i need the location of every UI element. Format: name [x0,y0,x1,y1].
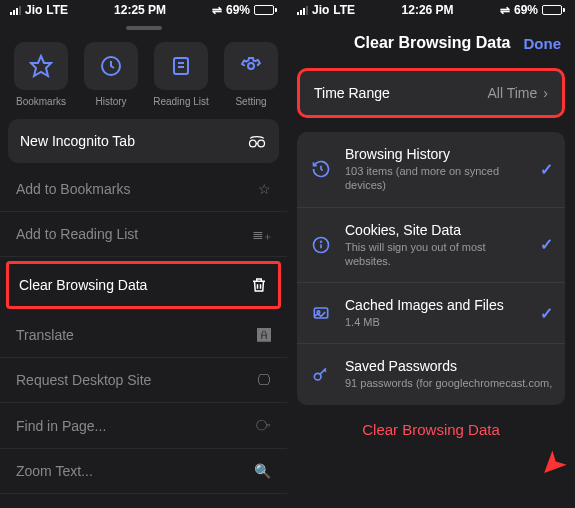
cookies-sub: This will sign you out of most websites. [345,240,528,269]
find-in-page[interactable]: Find in Page... ⧃ [0,403,287,449]
battery-icon [542,5,565,15]
settings-label: Setting [235,96,266,107]
add-to-reading-list[interactable]: Add to Reading List ≣₊ [0,212,287,257]
car-icon: ⇌ [212,3,222,17]
battery-label: 69% [226,3,250,17]
svg-marker-0 [31,56,51,76]
carrier-label: Jio [25,3,42,17]
browsing-history-item[interactable]: Browsing History 103 items (and more on … [297,132,565,208]
time-range-value: All Time [488,85,538,101]
info-icon [309,235,333,255]
battery-icon [254,5,277,15]
zoom-label: Zoom Text... [16,463,93,479]
svg-point-6 [250,140,257,147]
done-button[interactable]: Done [524,35,562,52]
quick-actions-row: Bookmarks History Reading List Setting [0,34,287,115]
desktop-label: Request Desktop Site [16,372,151,388]
new-incognito-tab[interactable]: New Incognito Tab [8,119,279,163]
history-icon [309,159,333,179]
cookies-item[interactable]: Cookies, Site Data This will sign you ou… [297,208,565,284]
signal-icon [10,6,21,15]
clear-browsing-data-button[interactable]: Clear Browsing Data [362,421,500,438]
annotation-arrow: ➤ [531,442,575,488]
cache-item[interactable]: Cached Images and Files 1.4 MB ✓ [297,283,565,344]
clear-browsing-label: Clear Browsing Data [19,277,147,293]
status-bar: Jio LTE 12:25 PM ⇌ 69% [0,0,287,20]
network-label: LTE [333,3,355,17]
translate-icon: 🅰 [257,327,271,343]
trash-icon [250,276,268,294]
menu-screen: Jio LTE 12:25 PM ⇌ 69% Bookmarks History… [0,0,287,508]
network-label: LTE [46,3,68,17]
bookmarks-button[interactable]: Bookmarks [10,42,72,107]
settings-button[interactable]: Setting [220,42,282,107]
translate[interactable]: Translate 🅰 [0,313,287,358]
modal-header: Clear Browsing Data Done [287,20,575,62]
check-icon: ✓ [540,160,553,179]
incognito-label: New Incognito Tab [20,133,135,149]
bookmarks-label: Bookmarks [16,96,66,107]
check-icon: ✓ [540,235,553,254]
svg-point-10 [321,241,322,242]
svg-point-7 [258,140,265,147]
carrier-label: Jio [312,3,329,17]
key-icon [309,365,333,385]
incognito-icon [247,133,267,149]
reading-list-label: Reading List [153,96,209,107]
chevron-right-icon: › [543,85,548,101]
cookies-title: Cookies, Site Data [345,222,528,238]
reading-list-button[interactable]: Reading List [150,42,212,107]
drag-handle[interactable] [126,26,162,30]
data-types-list: Browsing History 103 items (and more on … [297,132,565,405]
magnifier-icon: 🔍 [254,463,271,479]
page-title: Clear Browsing Data [341,34,524,52]
translate-label: Translate [16,327,74,343]
request-desktop-site[interactable]: Request Desktop Site 🖵 [0,358,287,403]
image-icon [309,303,333,323]
signal-icon [297,6,308,15]
time-range-row[interactable]: Time Range All Time › [297,68,565,118]
add-readinglist-label: Add to Reading List [16,226,138,242]
svg-point-5 [248,63,254,69]
passwords-title: Saved Passwords [345,358,553,374]
history-label: History [95,96,126,107]
list-add-icon: ≣₊ [252,226,271,242]
check-icon: ✓ [540,304,553,323]
cache-title: Cached Images and Files [345,297,528,313]
find-icon: ⧃ [256,417,271,434]
monitor-icon: 🖵 [257,372,271,388]
add-to-bookmarks[interactable]: Add to Bookmarks ☆ [0,167,287,212]
history-button[interactable]: History [80,42,142,107]
clock: 12:26 PM [402,3,454,17]
star-icon: ☆ [258,181,271,197]
clear-data-screen: Jio LTE 12:26 PM ⇌ 69% Clear Browsing Da… [287,0,575,508]
find-label: Find in Page... [16,418,106,434]
time-range-label: Time Range [314,85,390,101]
history-title: Browsing History [345,146,528,162]
history-sub: 103 items (and more on synced devices) [345,164,528,193]
passwords-sub: 91 passwords (for googlechromecast.com, [345,376,553,390]
add-bookmarks-label: Add to Bookmarks [16,181,130,197]
svg-point-13 [314,373,321,380]
battery-label: 69% [514,3,538,17]
zoom-text[interactable]: Zoom Text... 🔍 [0,449,287,494]
status-bar: Jio LTE 12:26 PM ⇌ 69% [287,0,575,20]
cache-sub: 1.4 MB [345,315,528,329]
passwords-item[interactable]: Saved Passwords 91 passwords (for google… [297,344,565,404]
clear-browsing-data[interactable]: Clear Browsing Data [6,261,281,309]
clock: 12:25 PM [114,3,166,17]
car-icon: ⇌ [500,3,510,17]
